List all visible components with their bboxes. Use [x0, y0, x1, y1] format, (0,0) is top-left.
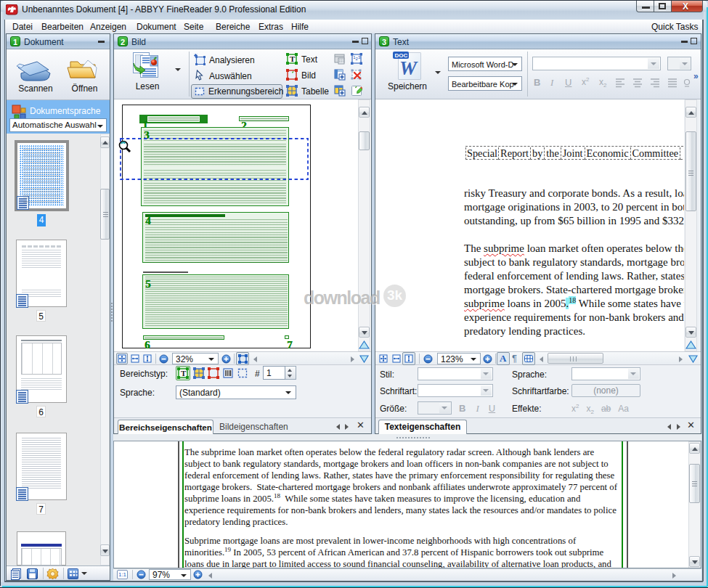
svg-text:W: W: [399, 57, 418, 79]
svg-text:T: T: [290, 54, 296, 63]
svg-text:T: T: [181, 369, 187, 377]
svg-text:DOC: DOC: [395, 52, 408, 59]
